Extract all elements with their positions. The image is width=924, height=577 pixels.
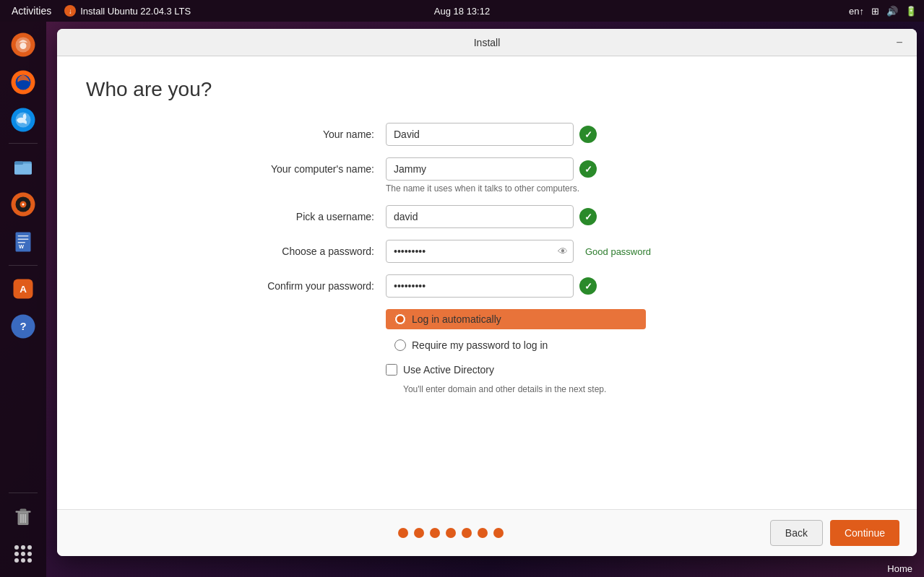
sidebar-item-trash[interactable] [6,499,40,534]
login-password-label: Require my password to log in [412,339,548,351]
language-indicator[interactable]: en↑ [849,6,864,17]
svg-rect-15 [18,235,29,237]
svg-point-32 [14,552,19,556]
confirm-password-label: Confirm your password: [212,274,386,292]
svg-point-2 [20,43,27,49]
svg-text:W: W [19,243,25,250]
your-name-field[interactable] [386,123,574,146]
topbar-clock: Aug 18 13:12 [434,6,490,17]
sidebar-item-rhythmbox[interactable] [6,187,40,222]
progress-dots [132,528,770,538]
svg-text:?: ? [20,320,26,332]
active-directory-label: Use Active Directory [403,364,494,376]
login-password-option[interactable]: Require my password to log in [386,335,646,355]
app-indicator-icon: ↓ [64,5,76,17]
active-directory-checkbox[interactable] [386,364,397,376]
progress-dot-6 [478,528,488,538]
window-title: Install [474,37,501,48]
password-toggle-icon[interactable]: 👁 [558,246,568,257]
svg-point-29 [14,545,19,550]
password-wrapper: 👁 [386,240,574,263]
your-name-input-area [386,123,761,146]
svg-text:A: A [20,284,27,295]
your-name-row: Your name: [212,123,761,146]
username-field[interactable] [386,205,574,228]
your-name-valid-icon [579,126,597,143]
window-controls: − [891,34,908,51]
password-input-row: 👁 Good password [386,240,761,263]
window-titlebar: Install − [57,29,917,56]
progress-dot-5 [462,528,472,538]
sidebar-item-firefox[interactable] [6,65,40,100]
window-bottom: Back Continue [57,509,917,556]
login-password-radio[interactable] [394,339,406,351]
desktop: W A ? [0,22,924,577]
sidebar-bottom [6,490,40,571]
login-auto-radio[interactable] [394,313,406,325]
network-icon[interactable]: ⊞ [871,6,879,17]
show-applications-button[interactable] [6,537,40,571]
confirm-password-valid-icon [579,277,597,295]
username-label: Pick a username: [212,205,386,222]
sidebar-divider-2 [9,265,38,266]
battery-icon[interactable]: 🔋 [905,6,917,17]
sidebar-item-writer[interactable]: W [6,225,40,259]
svg-point-31 [27,545,32,550]
svg-rect-9 [14,162,23,165]
confirm-password-input-row [386,274,761,298]
login-auto-label: Log in automatically [412,313,501,325]
sidebar-item-thunderbird[interactable] [6,103,40,137]
svg-point-30 [21,545,25,550]
svg-point-34 [27,552,32,556]
computer-name-row: Your computer's name: The name it uses w… [212,157,761,194]
computer-name-hint: The name it uses when it talks to other … [386,183,761,194]
sidebar-item-appstore[interactable]: A [6,272,40,306]
continue-button[interactable]: Continue [830,520,899,546]
progress-dot-2 [414,528,424,538]
active-directory-hint: You'll enter domain and other details in… [403,384,761,394]
confirm-password-row: Confirm your password: [212,274,761,298]
computer-name-input-row [386,157,761,181]
your-name-input-row [386,123,761,146]
home-label: Home [887,563,912,574]
taskbar-bottom: Home [876,560,924,577]
login-auto-option[interactable]: Log in automatically [386,309,646,329]
progress-dot-3 [430,528,440,538]
confirm-password-input-area [386,274,761,298]
app-title: Install Ubuntu 22.04.3 LTS [80,6,191,17]
page-title: Who are you? [86,78,888,101]
confirm-password-field[interactable] [386,274,574,298]
sidebar-item-installer[interactable] [6,27,40,62]
username-input-area [386,205,761,228]
sidebar-item-help[interactable]: ? [6,309,40,344]
progress-dot-4 [446,528,456,538]
password-strength-label: Good password [585,246,651,257]
sidebar-divider-1 [9,143,38,144]
active-directory-option[interactable]: Use Active Directory [386,361,761,378]
username-valid-icon [579,208,597,225]
window-content: Who are you? Your name: Your computer's … [57,56,917,509]
progress-dot-1 [398,528,408,538]
topbar-app: ↓ Install Ubuntu 22.04.3 LTS [64,5,191,17]
computer-name-valid-icon [579,160,597,178]
password-label: Choose a password: [212,240,386,257]
activities-button[interactable]: Activities [7,5,56,17]
password-field[interactable] [386,240,574,263]
your-name-label: Your name: [212,123,386,140]
username-row: Pick a username: [212,205,761,228]
form-container: Your name: Your computer's name: [212,123,761,394]
svg-point-36 [21,558,25,563]
password-input-area: 👁 Good password [386,240,761,263]
topbar-right: en↑ ⊞ 🔊 🔋 [849,6,917,17]
minimize-button[interactable]: − [891,34,908,51]
topbar: Activities ↓ Install Ubuntu 22.04.3 LTS … [0,0,924,22]
sidebar: W A ? [0,22,46,577]
sidebar-item-files[interactable] [6,149,40,184]
svg-point-37 [27,558,32,563]
svg-rect-8 [14,164,32,175]
progress-dot-7 [493,528,504,538]
computer-name-field[interactable] [386,157,574,181]
back-button[interactable]: Back [770,520,823,546]
install-window: Install − Who are you? Your name: [57,29,917,556]
volume-icon[interactable]: 🔊 [886,6,898,17]
